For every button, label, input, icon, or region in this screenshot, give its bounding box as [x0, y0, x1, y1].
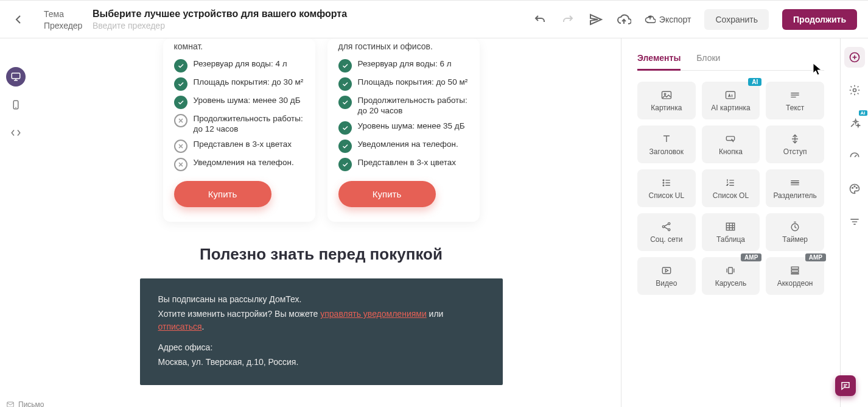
card2-buy-button[interactable]: Купить — [338, 181, 436, 207]
amp-badge: AMP — [741, 253, 761, 261]
svg-rect-17 — [791, 270, 799, 272]
topbar-actions: Экспорт Сохранить Продолжить — [533, 9, 857, 30]
export-label: Экспорт — [659, 15, 691, 24]
left-rail — [4, 67, 28, 143]
view-code-button[interactable] — [6, 123, 26, 143]
cross-icon — [174, 114, 187, 127]
preheader-input[interactable]: Введите прехедер — [93, 21, 165, 30]
card1-feat-5: Представлен в 3-х цветах — [174, 139, 304, 153]
chat-button[interactable] — [835, 375, 856, 396]
button-icon — [724, 133, 737, 145]
card1-feat-2: Площадь покрытия: до 30 м² — [174, 77, 304, 91]
svg-point-9 — [662, 225, 664, 227]
accordion-icon — [789, 264, 801, 277]
preheader-label: Прехедер — [44, 21, 80, 30]
bottom-hint: Письмо — [6, 400, 44, 407]
back-button[interactable] — [11, 12, 26, 27]
check-icon — [338, 77, 352, 91]
card2-feat-6: Представлен в 3-х цветах — [338, 157, 469, 171]
product-card-1: комнат. Резервуар для воды: 4 л Площадь … — [163, 38, 315, 222]
sidebar-tabs: Элементы Блоки — [637, 47, 824, 71]
speed-button[interactable] — [844, 146, 865, 166]
product-cards-row: комнат. Резервуар для воды: 4 л Площадь … — [34, 38, 609, 222]
view-desktop-button[interactable] — [6, 67, 26, 87]
svg-point-23 — [856, 188, 857, 189]
element-ol[interactable]: Список OL — [702, 169, 760, 207]
unsubscribe-link[interactable]: отписаться — [158, 322, 202, 331]
footer-line-1: Вы подписаны на рассылку ДомТех. — [158, 293, 485, 305]
check-icon — [174, 96, 187, 109]
svg-rect-5 — [727, 136, 735, 141]
element-spacer[interactable]: Отступ — [766, 126, 824, 163]
card2-feat-3: Продолжительность работы: до 20 часов — [338, 95, 469, 116]
send-test-button[interactable] — [589, 12, 603, 27]
element-timer[interactable]: Таймер — [766, 213, 824, 251]
add-element-button[interactable] — [844, 47, 865, 68]
top-bar: Тема Выберите лучшее устройство для ваше… — [0, 0, 868, 38]
elements-grid: Картинка AI AI картинка Текст Заголовок … — [637, 82, 824, 295]
social-icon — [660, 221, 673, 233]
cloud-upload-icon[interactable] — [617, 12, 631, 27]
subject-label: Тема — [44, 9, 80, 19]
filters-button[interactable] — [844, 211, 865, 232]
table-icon — [724, 221, 737, 233]
svg-rect-12 — [727, 223, 735, 230]
element-image[interactable]: Картинка — [637, 82, 696, 119]
card1-feat-3: Уровень шума: менее 30 дБ — [174, 95, 304, 109]
theme-button[interactable] — [844, 179, 865, 199]
elements-sidebar: Элементы Блоки Картинка AI AI картинка Т… — [621, 38, 840, 407]
cross-icon — [174, 140, 187, 153]
ai-badge: AI — [748, 78, 761, 86]
subject-value[interactable]: Выберите лучшее устройство для вашего ко… — [93, 9, 347, 19]
element-ul[interactable]: Список UL — [637, 169, 696, 207]
view-mobile-button[interactable] — [6, 95, 26, 115]
carousel-icon — [724, 264, 737, 277]
check-icon — [338, 96, 352, 109]
card1-feat-1: Резервуар для воды: 4 л — [174, 58, 304, 73]
card1-feat-6: Уведомления на телефон. — [174, 157, 304, 171]
svg-point-10 — [668, 222, 670, 224]
element-heading[interactable]: Заголовок — [637, 126, 696, 163]
svg-rect-16 — [791, 267, 799, 269]
card2-feat-1: Резервуар для воды: 6 л — [338, 58, 469, 73]
amp-badge: AMP — [805, 253, 826, 261]
ai-magic-button[interactable]: AI — [844, 113, 865, 133]
svg-rect-18 — [791, 273, 799, 274]
svg-point-7 — [663, 182, 664, 183]
divider-icon — [789, 177, 801, 189]
settings-button[interactable] — [844, 80, 865, 101]
svg-rect-0 — [12, 73, 20, 79]
card2-feat-4: Уровень шума: менее 35 дБ — [338, 121, 469, 135]
element-video[interactable]: Видео — [637, 257, 696, 295]
element-carousel[interactable]: AMP Карусель — [702, 257, 760, 295]
email-canvas[interactable]: комнат. Резервуар для воды: 4 л Площадь … — [33, 38, 609, 407]
element-social[interactable]: Соц. сети — [637, 213, 696, 251]
ai-image-icon — [724, 89, 737, 101]
card1-buy-button[interactable]: Купить — [174, 181, 271, 207]
timer-icon — [789, 221, 801, 233]
element-table[interactable]: Таблица — [702, 213, 760, 251]
undo-button[interactable] — [533, 12, 547, 27]
element-button[interactable]: Кнопка — [702, 126, 760, 163]
manage-notifications-link[interactable]: управлять уведомлениями — [320, 309, 427, 319]
continue-button[interactable]: Продолжить — [782, 9, 857, 30]
svg-point-6 — [663, 180, 664, 181]
element-ai-image[interactable]: AI AI картинка — [702, 82, 760, 119]
element-divider[interactable]: Разделитель — [766, 169, 824, 207]
check-icon — [338, 158, 352, 171]
svg-point-8 — [663, 185, 664, 186]
export-button[interactable]: Экспорт — [645, 14, 691, 25]
product-card-2: для гостиных и офисов. Резервуар для вод… — [327, 38, 480, 222]
section-title: Полезно знать перед покупкой — [34, 245, 609, 264]
save-button[interactable]: Сохранить — [704, 9, 769, 30]
tab-blocks[interactable]: Блоки — [696, 47, 720, 70]
svg-point-22 — [854, 186, 855, 187]
subject-block: Тема Выберите лучшее устройство для ваше… — [44, 9, 347, 30]
card2-feat-2: Площадь покрытия: до 50 м² — [338, 77, 469, 91]
tab-elements[interactable]: Элементы — [637, 47, 681, 71]
ai-mini-badge: AI — [859, 110, 867, 116]
element-text[interactable]: Текст — [766, 82, 824, 119]
element-accordion[interactable]: AMP Аккордеон — [766, 257, 824, 295]
ul-icon — [660, 177, 673, 189]
heading-icon — [660, 133, 673, 145]
